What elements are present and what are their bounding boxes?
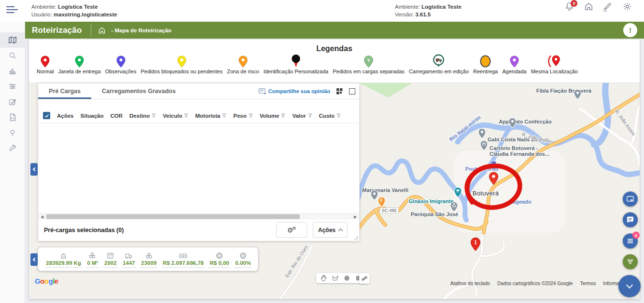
table-header-row: AçõesSituaçãoCORDestinoVeículoMotoristaP… [38,112,359,124]
column-header-ve-culo: Veículo [163,113,188,119]
legend-pin-icon: Y [364,55,374,68]
chat-fab[interactable] [623,212,638,227]
svg-text:$: $ [242,254,244,257]
filter-funnel-icon[interactable] [336,113,341,118]
menu-icon[interactable] [6,6,18,15]
stat-item: $R$ 0,00 [209,251,230,268]
column-header-destino: Destino [129,113,156,119]
sidebar-item-bar-chart[interactable] [0,63,25,79]
coin-icon: $ [214,251,224,260]
alert-button[interactable]: ! [623,23,637,37]
sidebar-item-document[interactable] [0,110,25,125]
stat-value: 2002 [103,260,118,268]
legend-pin-icon [177,55,187,68]
collapse-panel-fab[interactable] [618,275,641,297]
sidebar-item-sliders[interactable] [0,79,25,94]
map-poi-pin[interactable] [478,128,486,139]
filter-fab[interactable] [623,254,638,269]
actions-button[interactable]: Ações [313,222,348,238]
filter-funnel-icon[interactable] [152,113,156,118]
notification-badge: 0 [571,0,577,7]
legend-pin-icon [547,55,561,68]
filter-funnel-icon[interactable] [249,113,253,118]
column-settings-button[interactable]: ⚙⚙ [276,222,307,238]
filter-funnel-icon[interactable] [222,113,226,118]
legend-item-label: Carregamento em edição [409,69,469,74]
column-header-cor: COR [110,113,123,119]
legend-item-label: Normal [37,69,54,74]
circle-draw-icon[interactable] [343,275,350,282]
tab-carregamentos-gravados[interactable]: Carregamentos Gravados [91,83,186,99]
measure-ruler-icon[interactable] [359,273,370,284]
sidebar-item-wrench[interactable] [0,140,25,156]
stat-value: 23009 [140,260,157,268]
icon-sidebar [0,22,25,303]
horizontal-scrollbar[interactable]: ◀ ▶ [38,213,359,220]
percent-icon: $ [238,251,248,260]
maximize-icon[interactable] [349,88,355,95]
attribution-link[interactable]: Termos [580,281,596,286]
routes-menu-fab[interactable]: 0 [623,234,638,248]
filter-funnel-icon[interactable] [308,113,312,118]
map-drawing-toolbar [316,273,366,283]
home-icon[interactable] [584,2,594,12]
map-building-pin[interactable] [480,140,488,151]
stat-value: 0.00% [234,260,252,268]
legend-item-label: Observações [105,69,137,74]
resize-handle[interactable] [354,235,359,240]
map-school-pin[interactable] [454,187,462,198]
attribution-link[interactable]: Atalhos do teclado [450,281,490,286]
sidebar-item-map[interactable] [0,32,25,48]
legend-pin-icon [74,55,84,68]
svg-text:Y: Y [367,57,370,63]
pan-hand-icon[interactable] [320,275,327,282]
stat-value: 283929.99 Kg [45,260,82,268]
legend-item-label: Agendada [502,69,526,74]
stat-item: R$ 2.097.696,78 [162,251,205,268]
bar-chart-icon [8,67,17,75]
map-screenshot-fab[interactable] [623,192,638,207]
google-logo[interactable]: Google [35,277,58,285]
polygon-draw-icon[interactable] [332,275,339,282]
tab-pr-cargas[interactable]: Pré Cargas [38,83,91,99]
settings-gear-icon[interactable] [623,2,632,12]
route-marker-1[interactable]: 1 [470,237,481,251]
map-gas-station-pin[interactable] [490,161,497,170]
collapse-table-tab[interactable] [30,163,38,176]
filter-funnel-icon[interactable] [281,113,285,118]
filter-funnel-icon[interactable] [184,113,188,118]
map-church-pin[interactable] [450,201,458,212]
scroll-right-arrow[interactable]: ▶ [352,214,358,220]
map-restaurant-pin[interactable] [378,196,386,207]
svg-text:1: 1 [474,240,477,245]
breadcrumb-home-icon[interactable] [98,27,106,34]
scrollbar-thumb[interactable] [46,214,300,219]
chevron-up-icon [338,228,343,233]
legend-item-janela-de-entrega: Janela de entrega [58,55,101,74]
grid-view-icon[interactable] [336,88,343,95]
scroll-left-arrow[interactable]: ◀ [39,214,45,220]
map-poi-pin[interactable] [574,89,582,100]
stat-value: 1447 [122,260,136,268]
map-label-poi: Fibla Fiação Botuverá [536,88,591,94]
banknote-icon [178,251,188,260]
top-header: Ambiente: Logística Teste Usuário: maxst… [0,0,644,22]
svg-text:$: $ [219,254,220,257]
map-poi-pin[interactable] [508,117,517,128]
sidebar-item-pin-marker[interactable] [0,125,25,140]
legend-pin-icon [238,55,248,68]
svg-text:Kg: Kg [62,255,65,258]
sidebar-item-edit-square[interactable] [0,94,25,110]
sidebar-item-search[interactable] [0,48,25,63]
legend-item-normal: Normal [37,55,54,74]
version-info: Ambiente: Logística Teste Versão: 3.61.5 [395,3,462,18]
select-all-checkbox[interactable] [43,112,50,119]
feedback-link[interactable]: Compartilhe sua opinião [258,88,330,95]
module-navbar: Roteirização - Mapa de Roteirização ! [25,22,644,39]
map-label-poi: Cláudia Fernanda dos... [490,151,549,157]
botuvera-marker-pin[interactable] [489,171,499,185]
column-header-valor: Valor [292,113,312,119]
collapse-stats-tab[interactable] [30,253,38,266]
svg-text:27: 27 [109,255,112,258]
notifications-bell-icon[interactable]: 0 [565,2,574,12]
